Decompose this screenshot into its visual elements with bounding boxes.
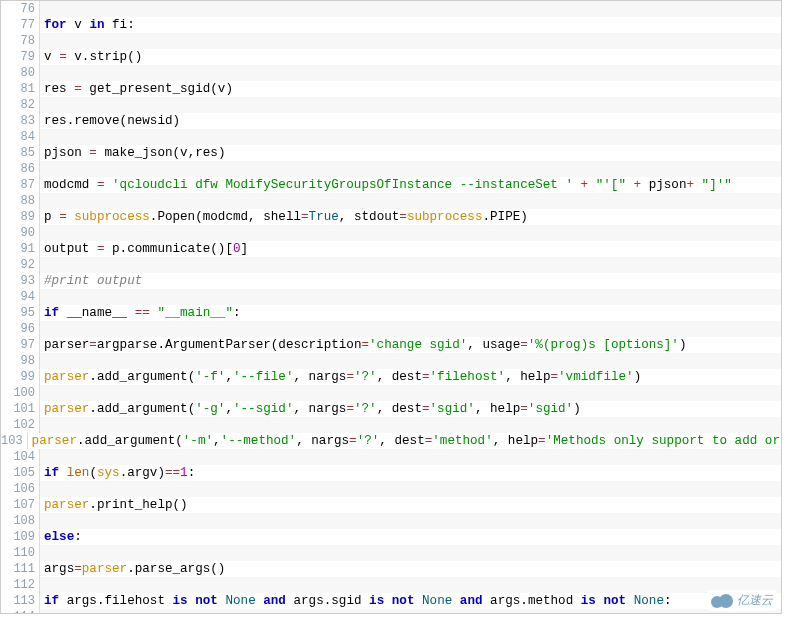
token-op: ,	[293, 370, 308, 384]
token-id	[452, 594, 460, 608]
token-op: .	[89, 402, 97, 416]
line-number: 107	[1, 497, 40, 513]
token-op: ,	[248, 210, 263, 224]
token-str: 'sgid'	[430, 402, 475, 416]
token-id: p	[44, 210, 59, 224]
token-kw: in	[89, 18, 104, 32]
line-content: #print output	[40, 273, 781, 289]
line-content	[40, 481, 781, 497]
line-content	[40, 1, 781, 17]
token-id: add_argument	[85, 434, 176, 448]
token-eq: =	[74, 82, 82, 96]
code-line: 108	[1, 513, 781, 529]
token-kw: and	[263, 594, 286, 608]
token-op: ,	[377, 370, 392, 384]
token-id: __name__	[59, 306, 135, 320]
token-name: parser	[32, 434, 77, 448]
code-line: 85pjson = make_json(v,res)	[1, 145, 781, 161]
token-op: ,	[225, 370, 233, 384]
line-content	[40, 161, 781, 177]
token-id: fi	[105, 18, 128, 32]
token-str: 'qcloudcli dfw ModifySecurityGroupsOfIns…	[104, 178, 573, 192]
token-op: )	[573, 402, 581, 416]
token-op: .	[520, 594, 528, 608]
line-content: parser.add_argument('-g','--sgid', nargs…	[40, 401, 781, 417]
token-op: ,	[293, 402, 308, 416]
code-line: 84	[1, 129, 781, 145]
line-content: if args.filehost is not None and args.sg…	[40, 593, 781, 609]
line-content	[40, 33, 781, 49]
code-line: 90	[1, 225, 781, 241]
token-eq: =	[349, 434, 357, 448]
line-number: 98	[1, 353, 40, 369]
token-id: v	[67, 18, 90, 32]
code-line: 81res = get_present_sgid(v)	[1, 81, 781, 97]
line-number: 82	[1, 97, 40, 113]
token-id: dest	[392, 370, 422, 384]
line-content	[40, 193, 781, 209]
code-line: 101parser.add_argument('-g','--sgid', na…	[1, 401, 781, 417]
line-content	[40, 417, 781, 433]
cloud-icon	[711, 594, 733, 608]
token-num: 0	[233, 242, 241, 256]
token-eq: =	[520, 338, 528, 352]
line-number: 95	[1, 305, 40, 321]
token-kw: if	[44, 594, 59, 608]
token-op: ,	[339, 210, 354, 224]
token-cmt: #print output	[44, 274, 142, 288]
line-number: 114	[1, 609, 40, 614]
line-number: 92	[1, 257, 40, 273]
token-op: )	[218, 146, 226, 160]
line-number: 90	[1, 225, 40, 241]
token-eq: =	[538, 434, 546, 448]
token-op: .	[77, 434, 85, 448]
code-line: 78	[1, 33, 781, 49]
token-id	[414, 594, 422, 608]
code-line: 83res.remove(newsid)	[1, 113, 781, 129]
line-number: 83	[1, 113, 40, 129]
token-name: parser	[44, 402, 89, 416]
token-op: ()[	[210, 242, 233, 256]
token-id: args	[44, 562, 74, 576]
token-op: ,	[379, 434, 394, 448]
line-content: if len(sys.argv)==1:	[40, 465, 781, 481]
token-eq: =	[550, 370, 558, 384]
token-none: None	[422, 594, 452, 608]
code-line: 96	[1, 321, 781, 337]
token-id: sgid	[331, 594, 369, 608]
token-eq: =	[346, 370, 354, 384]
line-number: 113	[1, 593, 40, 609]
code-editor: 7677for v in fi:7879v = v.strip()8081res…	[0, 0, 782, 614]
token-none: True	[309, 210, 339, 224]
code-line: 113if args.filehost is not None and args…	[1, 593, 781, 609]
line-content: res.remove(newsid)	[40, 113, 781, 129]
code-line: 80	[1, 65, 781, 81]
token-kw: is	[369, 594, 384, 608]
token-id: argparse	[97, 338, 157, 352]
token-op: ,	[377, 402, 392, 416]
token-id: output	[44, 242, 97, 256]
token-id: v	[67, 50, 82, 64]
token-id: p	[104, 242, 119, 256]
line-number: 102	[1, 417, 40, 433]
token-str: '-g'	[195, 402, 225, 416]
line-number: 91	[1, 241, 40, 257]
line-content: res = get_present_sgid(v)	[40, 81, 781, 97]
line-content	[40, 129, 781, 145]
token-eq: =	[399, 210, 407, 224]
token-op: )	[157, 466, 165, 480]
token-id: make_json	[97, 146, 173, 160]
token-id: parse_args	[135, 562, 211, 576]
token-kw: is	[173, 594, 188, 608]
token-eq: =	[59, 50, 67, 64]
token-id	[694, 178, 702, 192]
token-op: )	[173, 114, 181, 128]
token-id: description	[278, 338, 361, 352]
token-op: )	[225, 82, 233, 96]
token-id: modcmd	[44, 178, 97, 192]
token-id: strip	[89, 50, 127, 64]
token-op: ()	[173, 498, 188, 512]
line-number: 112	[1, 577, 40, 593]
token-id: res	[44, 114, 67, 128]
code-line: 100	[1, 385, 781, 401]
